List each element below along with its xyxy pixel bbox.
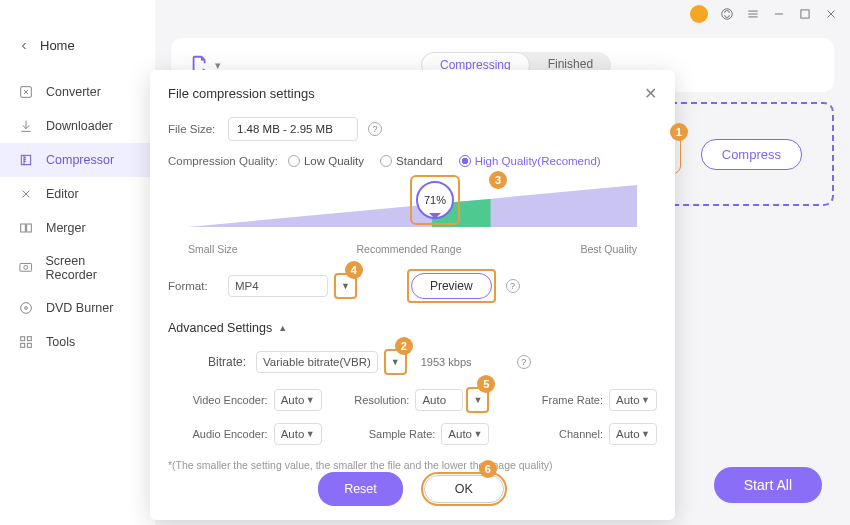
sidebar-item-dvd-burner[interactable]: DVD Burner [0,291,155,325]
user-avatar[interactable] [690,5,708,23]
file-size-label: File Size: [168,123,218,135]
sidebar-item-label: Tools [46,335,75,349]
maximize-icon[interactable] [798,7,812,21]
format-value: MP4 [235,280,259,292]
svg-rect-10 [21,337,25,341]
ok-highlight: 6 OK [421,472,507,506]
video-encoder-label: Video Encoder: [193,394,268,406]
format-row: Format: MP4 4 ▼ Preview ? [168,269,657,303]
video-encoder-select[interactable]: Auto▼ [274,389,322,411]
preview-highlight: Preview [407,269,496,303]
radio-standard[interactable]: Standard [380,155,443,167]
sidebar-item-tools[interactable]: Tools [0,325,155,359]
format-select[interactable]: MP4 [228,275,328,297]
sidebar-item-label: Compressor [46,153,114,167]
sample-rate-select[interactable]: Auto▼ [441,423,489,445]
close-icon[interactable] [824,7,838,21]
editor-icon [18,186,34,202]
sidebar-item-merger[interactable]: Merger [0,211,155,245]
frame-rate-label: Frame Rate: [542,394,603,406]
svg-point-7 [24,265,28,269]
callout-1: 1 [670,123,688,141]
quality-label: Compression Quality: [168,155,278,167]
chevron-down-icon[interactable]: ▼ [388,353,403,371]
tools-icon [18,334,34,350]
select-value: Auto [281,428,305,440]
sidebar-item-label: DVD Burner [46,301,113,315]
help-icon[interactable]: ? [368,122,382,136]
start-all-button[interactable]: Start All [714,467,822,503]
compress-button[interactable]: Compress [701,139,802,170]
svg-rect-4 [21,224,26,232]
channel-select[interactable]: Auto▼ [609,423,657,445]
svg-point-9 [25,307,28,310]
reset-button[interactable]: Reset [318,472,403,506]
dvd-icon [18,300,34,316]
slider-label-mid: Recommended Range [356,243,461,255]
quality-radios: Low Quality Standard High Quality(Recome… [288,155,601,167]
callout-6: 6 [479,460,497,478]
home-link[interactable]: Home [0,30,155,61]
advanced-title-text: Advanced Settings [168,321,272,335]
callout-2: 2 [395,337,413,355]
sidebar-item-label: Editor [46,187,79,201]
chevron-down-icon[interactable]: ▼ [338,277,353,295]
bitrate-label: Bitrate: [208,355,246,369]
recorder-icon [18,260,34,276]
compression-settings-modal: File compression settings ✕ File Size: ?… [150,70,675,520]
close-icon[interactable]: ✕ [644,84,657,103]
sample-rate-label: Sample Rate: [369,428,436,440]
quality-slider[interactable]: 3 71% [188,179,637,239]
bitrate-row: Bitrate: Variable bitrate(VBR) 2 ▼ ? [168,349,657,375]
bitrate-select[interactable]: Variable bitrate(VBR) [256,351,378,373]
select-value: Auto [616,428,640,440]
modal-header: File compression settings ✕ [168,84,657,103]
radio-high[interactable]: High Quality(Recomend) [459,155,601,167]
radio-label: Standard [396,155,443,167]
sidebar-item-compressor[interactable]: Compressor [0,143,155,177]
file-size-row: File Size: ? [168,117,657,141]
svg-rect-13 [27,343,31,347]
advanced-settings-toggle[interactable]: Advanced Settings ▲ [168,321,657,335]
radio-low[interactable]: Low Quality [288,155,364,167]
menu-icon[interactable] [746,7,760,21]
sidebar-item-editor[interactable]: Editor [0,177,155,211]
chevron-down-icon[interactable]: ▼ [470,391,485,409]
svg-rect-11 [27,337,31,341]
resolution-select[interactable]: Auto [415,389,463,411]
format-dropdown-highlight: 4 ▼ [334,273,357,299]
frame-rate-select[interactable]: Auto▼ [609,389,657,411]
svg-point-8 [21,303,32,314]
audio-encoder-select[interactable]: Auto▼ [274,423,322,445]
radio-label: High Quality(Recomend) [475,155,601,167]
sidebar-item-downloader[interactable]: Downloader [0,109,155,143]
svg-rect-1 [801,10,809,18]
help-icon[interactable]: ? [506,279,520,293]
minimize-icon[interactable] [772,7,786,21]
window-controls [690,0,850,28]
select-value: Auto [448,428,472,440]
radio-label: Low Quality [304,155,364,167]
file-size-input[interactable] [228,117,358,141]
merger-icon [18,220,34,236]
bitrate-value: Variable bitrate(VBR) [263,356,371,368]
bitrate-input[interactable] [417,352,507,372]
slider-handle[interactable]: 71% [416,181,454,219]
sidebar-item-converter[interactable]: Converter [0,75,155,109]
preview-button[interactable]: Preview [411,273,492,299]
sidebar-item-screen-recorder[interactable]: Screen Recorder [0,245,155,291]
sidebar-item-label: Converter [46,85,101,99]
audio-encoder-label: Audio Encoder: [192,428,267,440]
quality-row: Compression Quality: Low Quality Standar… [168,155,657,167]
support-icon[interactable] [720,7,734,21]
slider-label-right: Best Quality [580,243,637,255]
sidebar-item-label: Merger [46,221,86,235]
home-label: Home [40,38,75,53]
ok-button[interactable]: OK [424,475,504,503]
downloader-icon [18,118,34,134]
slider-label-left: Small Size [188,243,238,255]
format-label: Format: [168,280,218,292]
svg-rect-3 [21,155,30,164]
help-icon[interactable]: ? [517,355,531,369]
svg-rect-12 [21,343,25,347]
